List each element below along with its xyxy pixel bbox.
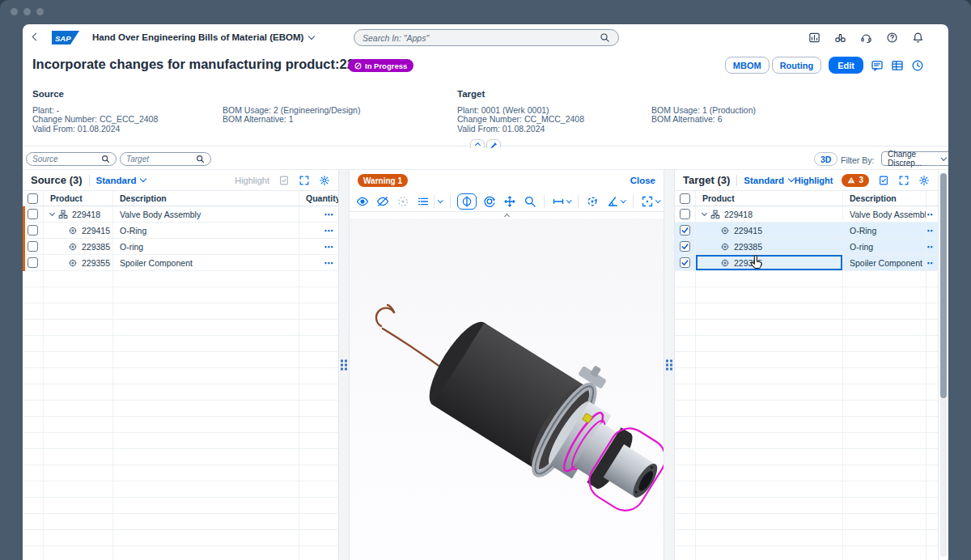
expand-panel-icon[interactable] bbox=[299, 175, 310, 186]
row-overflow-button[interactable]: ⋯ bbox=[926, 244, 934, 250]
product-cell[interactable]: 229415 bbox=[696, 223, 843, 238]
measure-angle-icon[interactable] bbox=[606, 195, 625, 208]
shell-search-input[interactable]: Search In: "Apps" bbox=[354, 29, 619, 46]
table-row[interactable]: 229418Valve Body Assembly⋯ bbox=[23, 206, 338, 223]
help-icon[interactable] bbox=[886, 32, 898, 44]
expand-chevron-icon[interactable] bbox=[702, 210, 707, 216]
column-header-quantity[interactable] bbox=[926, 191, 938, 206]
table-row[interactable]: 229415O-Ring⋯ bbox=[23, 223, 338, 239]
binoculars-icon[interactable] bbox=[834, 32, 846, 44]
splitter-right[interactable] bbox=[664, 170, 675, 560]
viewer-close-button[interactable]: Close bbox=[630, 176, 655, 185]
description-cell[interactable]: Spoiler Component bbox=[113, 255, 299, 270]
column-header-description[interactable]: Description bbox=[113, 191, 299, 206]
row-checkbox[interactable] bbox=[28, 257, 38, 268]
row-checkbox[interactable] bbox=[28, 209, 38, 219]
target-view-selector[interactable]: Standard bbox=[744, 176, 794, 185]
3d-toggle-button[interactable]: 3D bbox=[814, 152, 837, 166]
app-title[interactable]: Hand Over Engineering Bills of Material … bbox=[92, 32, 314, 42]
viewer-toolbar-collapse[interactable] bbox=[350, 212, 664, 218]
history-icon[interactable] bbox=[911, 59, 924, 72]
product-cell[interactable]: 229418 bbox=[696, 206, 843, 222]
kpi-overview-icon[interactable] bbox=[808, 32, 820, 44]
description-cell[interactable]: Valve Body Assembly bbox=[113, 206, 299, 222]
zoom-tool-icon[interactable] bbox=[524, 195, 536, 208]
row-checkbox[interactable] bbox=[680, 257, 690, 268]
display-options-icon[interactable] bbox=[417, 195, 443, 208]
source-search-input[interactable]: Source bbox=[26, 152, 117, 166]
product-cell[interactable]: 229355 bbox=[696, 255, 843, 270]
back-icon[interactable] bbox=[32, 33, 40, 41]
row-overflow-button[interactable]: ⋯ bbox=[324, 211, 335, 218]
splitter-left[interactable] bbox=[338, 170, 350, 560]
target-warning-badge[interactable]: 3 bbox=[842, 174, 869, 187]
filter-dropdown[interactable]: Change Discrep... bbox=[881, 151, 948, 166]
splitter-grip-icon[interactable] bbox=[666, 360, 672, 371]
comment-icon[interactable] bbox=[871, 59, 884, 72]
edit-button[interactable]: Edit bbox=[829, 57, 863, 74]
source-view-selector[interactable]: Standard bbox=[96, 176, 146, 185]
settings-gear-icon[interactable] bbox=[918, 175, 930, 186]
mbom-button[interactable]: MBOM bbox=[725, 57, 770, 74]
select-all-checkbox[interactable] bbox=[28, 193, 38, 204]
row-overflow-button[interactable]: ⋯ bbox=[926, 260, 934, 266]
chevron-down-icon[interactable] bbox=[308, 32, 315, 39]
description-cell[interactable]: Valve Body Assembly bbox=[843, 206, 926, 222]
headset-icon[interactable] bbox=[860, 32, 872, 44]
description-cell[interactable]: O-ring bbox=[843, 239, 926, 254]
expand-panel-icon[interactable] bbox=[898, 175, 910, 186]
table-view-icon[interactable] bbox=[891, 59, 904, 72]
settings-gear-icon[interactable] bbox=[319, 175, 330, 186]
routing-button[interactable]: Routing bbox=[772, 57, 822, 74]
row-checkbox[interactable] bbox=[680, 209, 690, 219]
window-control-dot[interactable] bbox=[23, 8, 31, 15]
column-header-product[interactable]: Product bbox=[44, 191, 113, 206]
table-row[interactable]: 229385O-ring⋯ bbox=[23, 239, 338, 255]
table-row[interactable]: 229385O-ring⋯ bbox=[675, 239, 938, 255]
viewer-warning-badge[interactable]: Warning 1 bbox=[358, 174, 408, 187]
scrollbar-thumb[interactable] bbox=[940, 173, 947, 398]
turntable-tool-icon[interactable] bbox=[457, 193, 477, 210]
expand-chevron-icon[interactable] bbox=[49, 210, 55, 216]
orbit-tool-icon[interactable] bbox=[483, 195, 496, 208]
row-checkbox[interactable] bbox=[28, 241, 38, 252]
description-cell[interactable]: Spoiler Component bbox=[843, 255, 926, 270]
table-row[interactable]: 229355Spoiler Component⋯ bbox=[23, 255, 338, 271]
search-icon[interactable] bbox=[600, 32, 610, 43]
target-highlight-toggle[interactable]: Highlight bbox=[795, 176, 833, 185]
table-row[interactable]: 229418Valve Body Assembly⋯ bbox=[675, 206, 938, 223]
column-header-product[interactable]: Product bbox=[696, 191, 843, 206]
variant-bookmark-icon[interactable] bbox=[878, 175, 889, 186]
description-cell[interactable]: O-ring bbox=[113, 239, 299, 254]
product-cell[interactable]: 229385 bbox=[696, 239, 843, 254]
variant-bookmark-icon[interactable] bbox=[278, 175, 290, 186]
search-icon[interactable] bbox=[101, 155, 110, 163]
column-header-quantity[interactable]: Quantity bbox=[299, 191, 338, 206]
column-header-description[interactable]: Description bbox=[843, 191, 926, 206]
product-cell[interactable]: 229355 bbox=[44, 255, 113, 270]
fit-to-view-icon[interactable] bbox=[641, 195, 660, 208]
description-cell[interactable]: O-Ring bbox=[113, 223, 299, 238]
show-icon[interactable] bbox=[356, 195, 369, 208]
row-checkbox[interactable] bbox=[680, 225, 690, 235]
measure-distance-icon[interactable] bbox=[552, 195, 571, 208]
viewer-3d-canvas[interactable] bbox=[350, 218, 664, 560]
row-overflow-button[interactable]: ⋯ bbox=[926, 211, 934, 218]
product-cell[interactable]: 229415 bbox=[44, 223, 113, 238]
table-row[interactable]: 229355Spoiler Component⋯ bbox=[675, 255, 938, 271]
search-icon[interactable] bbox=[196, 155, 205, 163]
spin-model-icon[interactable] bbox=[586, 195, 599, 208]
window-control-dot[interactable] bbox=[36, 8, 44, 15]
product-cell[interactable]: 229385 bbox=[44, 239, 113, 254]
description-cell[interactable]: O-Ring bbox=[843, 223, 926, 238]
window-control-dot[interactable] bbox=[11, 8, 18, 15]
row-overflow-button[interactable]: ⋯ bbox=[926, 227, 934, 234]
bell-icon[interactable] bbox=[912, 32, 924, 44]
source-highlight-toggle[interactable]: Highlight bbox=[235, 176, 269, 185]
sap-logo[interactable]: SAP bbox=[52, 31, 79, 48]
ghost-mode-icon[interactable] bbox=[396, 195, 409, 208]
row-overflow-button[interactable]: ⋯ bbox=[324, 260, 335, 266]
3d-model-valve-assembly[interactable] bbox=[350, 218, 664, 560]
target-search-input[interactable]: Target bbox=[120, 152, 211, 166]
row-overflow-button[interactable]: ⋯ bbox=[324, 244, 335, 250]
